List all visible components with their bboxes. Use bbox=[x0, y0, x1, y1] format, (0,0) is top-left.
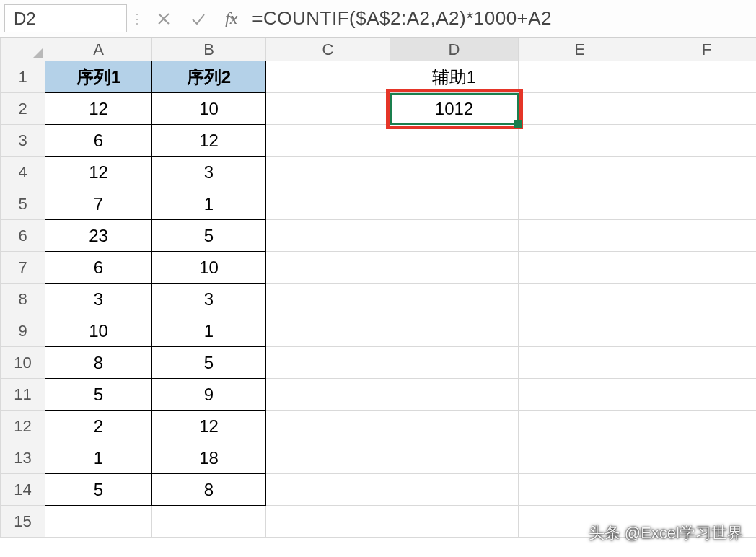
cell-F7[interactable] bbox=[641, 252, 757, 284]
cell-E8[interactable] bbox=[519, 284, 641, 315]
fx-icon[interactable]: fx bbox=[225, 9, 237, 28]
cell-F8[interactable] bbox=[641, 284, 757, 315]
cell-D7[interactable] bbox=[390, 252, 519, 284]
cell-E2[interactable] bbox=[519, 93, 641, 125]
col-header-E[interactable]: E bbox=[519, 38, 641, 61]
cell-A14[interactable]: 5 bbox=[45, 474, 152, 506]
row-header-9[interactable]: 9 bbox=[1, 315, 45, 347]
cell-B10[interactable]: 5 bbox=[152, 347, 266, 379]
cell-A11[interactable]: 5 bbox=[45, 379, 152, 411]
cell-B3[interactable]: 12 bbox=[152, 125, 266, 157]
cell-A6[interactable]: 23 bbox=[45, 220, 152, 252]
cell-F3[interactable] bbox=[641, 125, 757, 157]
cell-C8[interactable] bbox=[266, 284, 390, 315]
row-header-12[interactable]: 12 bbox=[1, 411, 45, 442]
cell-B9[interactable]: 1 bbox=[152, 315, 266, 347]
spreadsheet-grid[interactable]: A B C D E F 1序列1序列2辅助1212101012361241235… bbox=[0, 38, 756, 538]
cell-E12[interactable] bbox=[519, 411, 641, 442]
cell-B14[interactable]: 8 bbox=[152, 474, 266, 506]
cell-E5[interactable] bbox=[519, 188, 641, 220]
cell-D13[interactable] bbox=[390, 442, 519, 474]
cell-E4[interactable] bbox=[519, 157, 641, 188]
cell-F5[interactable] bbox=[641, 188, 757, 220]
row-header-5[interactable]: 5 bbox=[1, 188, 45, 220]
cell-B11[interactable]: 9 bbox=[152, 379, 266, 411]
cell-A7[interactable]: 6 bbox=[45, 252, 152, 284]
cell-C15[interactable] bbox=[266, 506, 390, 538]
col-header-B[interactable]: B bbox=[152, 38, 266, 61]
row-header-6[interactable]: 6 bbox=[1, 220, 45, 252]
cell-C10[interactable] bbox=[266, 347, 390, 379]
cell-F6[interactable] bbox=[641, 220, 757, 252]
row-header-2[interactable]: 2 bbox=[1, 93, 45, 125]
cell-A12[interactable]: 2 bbox=[45, 411, 152, 442]
cell-F13[interactable] bbox=[641, 442, 757, 474]
cell-F2[interactable] bbox=[641, 93, 757, 125]
select-all-corner[interactable] bbox=[1, 38, 45, 61]
cell-F1[interactable] bbox=[641, 61, 757, 93]
col-header-D[interactable]: D bbox=[390, 38, 519, 61]
cell-B6[interactable]: 5 bbox=[152, 220, 266, 252]
cell-E10[interactable] bbox=[519, 347, 641, 379]
cell-B12[interactable]: 12 bbox=[152, 411, 266, 442]
cell-B1[interactable]: 序列2 bbox=[152, 61, 266, 93]
cell-E9[interactable] bbox=[519, 315, 641, 347]
row-header-13[interactable]: 13 bbox=[1, 442, 45, 474]
cell-F4[interactable] bbox=[641, 157, 757, 188]
cell-A8[interactable]: 3 bbox=[45, 284, 152, 315]
cell-D15[interactable] bbox=[390, 506, 519, 538]
col-header-A[interactable]: A bbox=[45, 38, 152, 61]
row-header-11[interactable]: 11 bbox=[1, 379, 45, 411]
cancel-icon[interactable] bbox=[156, 11, 172, 27]
cell-C14[interactable] bbox=[266, 474, 390, 506]
cell-D10[interactable] bbox=[390, 347, 519, 379]
formula-input[interactable] bbox=[245, 0, 756, 37]
cell-A10[interactable]: 8 bbox=[45, 347, 152, 379]
cell-C1[interactable] bbox=[266, 61, 390, 93]
cell-C13[interactable] bbox=[266, 442, 390, 474]
cell-A13[interactable]: 1 bbox=[45, 442, 152, 474]
cell-D2[interactable]: 1012 bbox=[390, 93, 519, 125]
cell-F15[interactable] bbox=[641, 506, 757, 538]
cell-E7[interactable] bbox=[519, 252, 641, 284]
cell-C4[interactable] bbox=[266, 157, 390, 188]
cell-D5[interactable] bbox=[390, 188, 519, 220]
cell-A15[interactable] bbox=[45, 506, 152, 538]
col-header-F[interactable]: F bbox=[641, 38, 757, 61]
cell-C3[interactable] bbox=[266, 125, 390, 157]
cell-A3[interactable]: 6 bbox=[45, 125, 152, 157]
cell-D3[interactable] bbox=[390, 125, 519, 157]
row-header-1[interactable]: 1 bbox=[1, 61, 45, 93]
cell-E14[interactable] bbox=[519, 474, 641, 506]
row-header-10[interactable]: 10 bbox=[1, 347, 45, 379]
name-box[interactable] bbox=[4, 4, 127, 32]
row-header-3[interactable]: 3 bbox=[1, 125, 45, 157]
check-icon[interactable] bbox=[190, 11, 206, 27]
cell-B15[interactable] bbox=[152, 506, 266, 538]
cell-F14[interactable] bbox=[641, 474, 757, 506]
row-header-7[interactable]: 7 bbox=[1, 252, 45, 284]
cell-D1[interactable]: 辅助1 bbox=[390, 61, 519, 93]
cell-D11[interactable] bbox=[390, 379, 519, 411]
row-header-15[interactable]: 15 bbox=[1, 506, 45, 538]
cell-E6[interactable] bbox=[519, 220, 641, 252]
cell-B13[interactable]: 18 bbox=[152, 442, 266, 474]
cell-F12[interactable] bbox=[641, 411, 757, 442]
cell-B7[interactable]: 10 bbox=[152, 252, 266, 284]
cell-D4[interactable] bbox=[390, 157, 519, 188]
cell-A4[interactable]: 12 bbox=[45, 157, 152, 188]
cell-E15[interactable] bbox=[519, 506, 641, 538]
cell-B2[interactable]: 10 bbox=[152, 93, 266, 125]
col-header-C[interactable]: C bbox=[266, 38, 390, 61]
cell-E13[interactable] bbox=[519, 442, 641, 474]
cell-C6[interactable] bbox=[266, 220, 390, 252]
cell-F11[interactable] bbox=[641, 379, 757, 411]
cell-E1[interactable] bbox=[519, 61, 641, 93]
cell-C5[interactable] bbox=[266, 188, 390, 220]
cell-C2[interactable] bbox=[266, 93, 390, 125]
cell-B5[interactable]: 1 bbox=[152, 188, 266, 220]
cell-D8[interactable] bbox=[390, 284, 519, 315]
cell-B4[interactable]: 3 bbox=[152, 157, 266, 188]
cell-B8[interactable]: 3 bbox=[152, 284, 266, 315]
cell-C7[interactable] bbox=[266, 252, 390, 284]
